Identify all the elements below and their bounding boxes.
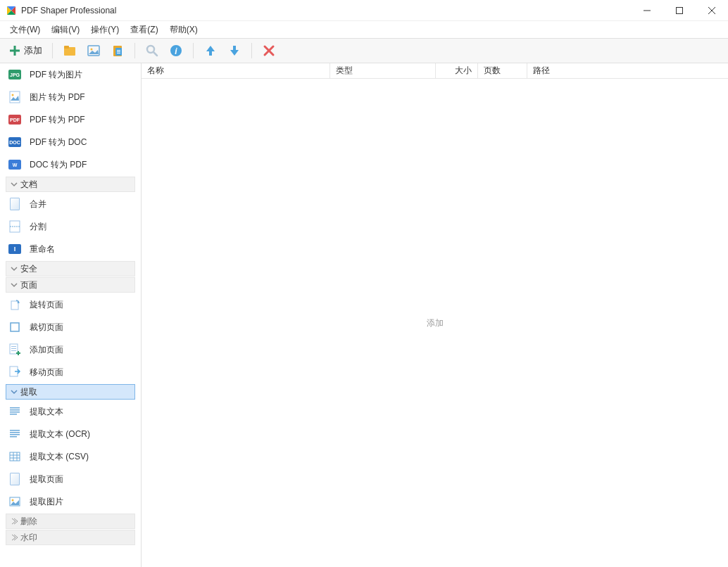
add-page-icon bbox=[8, 343, 21, 356]
window-title: PDF Shaper Professional bbox=[21, 6, 631, 15]
merge-icon bbox=[8, 198, 21, 210]
pdf-icon: PDF bbox=[8, 113, 21, 126]
app-logo-icon bbox=[6, 5, 17, 16]
chevron-right-icon bbox=[11, 518, 18, 525]
sidebar-item-extract-images[interactable]: 提取图片 bbox=[0, 490, 141, 513]
add-button[interactable]: 添加 bbox=[6, 43, 45, 58]
svg-rect-34 bbox=[10, 412, 20, 413]
sidebar: JPG PDF 转为图片 图片 转为 PDF PDF PDF 转为 PDF DO… bbox=[0, 63, 141, 567]
sidebar-section-watermark[interactable]: 水印 bbox=[6, 530, 135, 545]
toolbar-separator bbox=[52, 43, 53, 58]
menu-help[interactable]: 帮助(X) bbox=[164, 23, 203, 37]
svg-point-9 bbox=[91, 49, 93, 51]
sidebar-item-crop-pages[interactable]: 裁切页面 bbox=[0, 316, 141, 338]
section-label: 安全 bbox=[20, 263, 37, 275]
image-icon bbox=[87, 44, 101, 58]
crop-icon bbox=[8, 321, 21, 333]
sidebar-item-move-pages[interactable]: 移动页面 bbox=[0, 361, 141, 383]
sidebar-item-add-pages[interactable]: 添加页面 bbox=[0, 338, 141, 361]
svg-rect-37 bbox=[10, 432, 20, 433]
move-up-button[interactable] bbox=[201, 41, 220, 60]
sidebar-item-split[interactable]: 分割 bbox=[0, 215, 141, 238]
jpg-icon: JPG bbox=[8, 68, 21, 81]
sidebar-item-merge[interactable]: 合并 bbox=[0, 193, 141, 215]
sidebar-item-pdf-to-image[interactable]: JPG PDF 转为图片 bbox=[0, 63, 141, 86]
doc-icon: DOC bbox=[8, 136, 21, 148]
image-button[interactable] bbox=[84, 41, 103, 60]
sidebar-item-rotate-pages[interactable]: 旋转页面 bbox=[0, 293, 141, 316]
word-icon: W bbox=[8, 158, 21, 171]
sidebar-item-extract-text-csv[interactable]: 提取文本 (CSV) bbox=[0, 445, 141, 468]
menu-action[interactable]: 操作(Y) bbox=[85, 23, 125, 37]
menu-edit[interactable]: 编辑(V) bbox=[46, 23, 85, 37]
svg-rect-36 bbox=[10, 430, 20, 431]
column-header-pages[interactable]: 页数 bbox=[478, 63, 527, 78]
column-header-name[interactable]: 名称 bbox=[142, 63, 330, 78]
svg-rect-33 bbox=[10, 409, 20, 411]
column-header-size[interactable]: 大小 bbox=[436, 63, 478, 78]
svg-rect-30 bbox=[11, 350, 16, 351]
sidebar-item-pdf-to-pdf[interactable]: PDF PDF 转为 PDF bbox=[0, 108, 141, 131]
svg-rect-40 bbox=[10, 452, 20, 461]
table-header: 名称 类型 大小 页数 路径 bbox=[142, 63, 728, 79]
info-button[interactable]: i bbox=[166, 41, 186, 60]
sidebar-item-label: PDF 转为 DOC bbox=[30, 136, 87, 148]
sidebar-item-label: 提取文本 bbox=[30, 406, 63, 418]
body: JPG PDF 转为图片 图片 转为 PDF PDF PDF 转为 PDF DO… bbox=[0, 63, 728, 567]
chevron-down-icon bbox=[11, 181, 18, 188]
move-page-icon bbox=[8, 366, 21, 378]
svg-point-22 bbox=[12, 94, 14, 96]
toolbar: 添加 i bbox=[0, 38, 728, 63]
toolbar-separator bbox=[193, 43, 194, 58]
sidebar-section-document[interactable]: 文档 bbox=[6, 177, 135, 192]
svg-rect-26 bbox=[11, 323, 19, 331]
menu-view[interactable]: 查看(Z) bbox=[125, 23, 163, 37]
sidebar-item-label: 添加页面 bbox=[30, 344, 63, 356]
info-icon: i bbox=[169, 44, 183, 58]
minimize-button[interactable] bbox=[631, 0, 663, 20]
svg-rect-28 bbox=[11, 346, 16, 347]
sidebar-item-label: 提取文本 (OCR) bbox=[30, 428, 90, 440]
maximize-button[interactable] bbox=[663, 0, 696, 20]
menu-file[interactable]: 文件(W) bbox=[4, 23, 46, 37]
sidebar-section-security[interactable]: 安全 bbox=[6, 261, 135, 276]
column-header-type[interactable]: 类型 bbox=[330, 63, 436, 78]
svg-rect-32 bbox=[10, 407, 20, 409]
delete-button[interactable] bbox=[259, 41, 279, 60]
search-button[interactable] bbox=[142, 41, 162, 60]
section-label: 删除 bbox=[20, 516, 37, 528]
sidebar-item-pdf-to-doc[interactable]: DOC PDF 转为 DOC bbox=[0, 131, 141, 153]
svg-rect-1 bbox=[677, 7, 683, 13]
sidebar-item-label: 分割 bbox=[30, 221, 46, 233]
close-button[interactable] bbox=[696, 0, 728, 20]
svg-rect-25 bbox=[11, 301, 18, 310]
sidebar-section-delete[interactable]: 删除 bbox=[6, 514, 135, 529]
sidebar-item-label: 合并 bbox=[30, 198, 46, 210]
section-label: 水印 bbox=[20, 532, 37, 544]
table-body[interactable]: 添加 bbox=[142, 79, 728, 567]
sidebar-item-extract-text-ocr[interactable]: 提取文本 (OCR) bbox=[0, 423, 141, 445]
svg-rect-39 bbox=[10, 436, 17, 438]
folder-button[interactable] bbox=[60, 41, 80, 60]
search-icon bbox=[145, 44, 159, 58]
sidebar-item-rename[interactable]: 重命名 bbox=[0, 238, 141, 260]
sidebar-item-extract-pages[interactable]: 提取页面 bbox=[0, 468, 141, 490]
sidebar-item-label: 旋转页面 bbox=[30, 299, 63, 311]
paste-button[interactable] bbox=[108, 41, 127, 60]
sidebar-item-label: PDF 转为图片 bbox=[30, 69, 82, 81]
svg-rect-7 bbox=[64, 46, 69, 49]
sidebar-item-extract-text[interactable]: 提取文本 bbox=[0, 400, 141, 423]
column-header-path[interactable]: 路径 bbox=[527, 63, 728, 78]
sidebar-section-pages[interactable]: 页面 bbox=[6, 277, 135, 293]
arrow-up-icon bbox=[203, 44, 218, 58]
sidebar-section-extract[interactable]: 提取 bbox=[6, 384, 135, 400]
sidebar-item-doc-to-pdf[interactable]: W DOC 转为 PDF bbox=[0, 153, 141, 176]
svg-rect-12 bbox=[117, 50, 120, 51]
section-label: 页面 bbox=[20, 279, 37, 291]
move-down-button[interactable] bbox=[225, 41, 244, 60]
x-icon bbox=[263, 44, 275, 57]
sidebar-item-label: 提取图片 bbox=[30, 496, 63, 508]
add-button-label: 添加 bbox=[24, 44, 42, 57]
menubar: 文件(W) 编辑(V) 操作(Y) 查看(Z) 帮助(X) bbox=[0, 21, 728, 38]
sidebar-item-image-to-pdf[interactable]: 图片 转为 PDF bbox=[0, 86, 141, 108]
